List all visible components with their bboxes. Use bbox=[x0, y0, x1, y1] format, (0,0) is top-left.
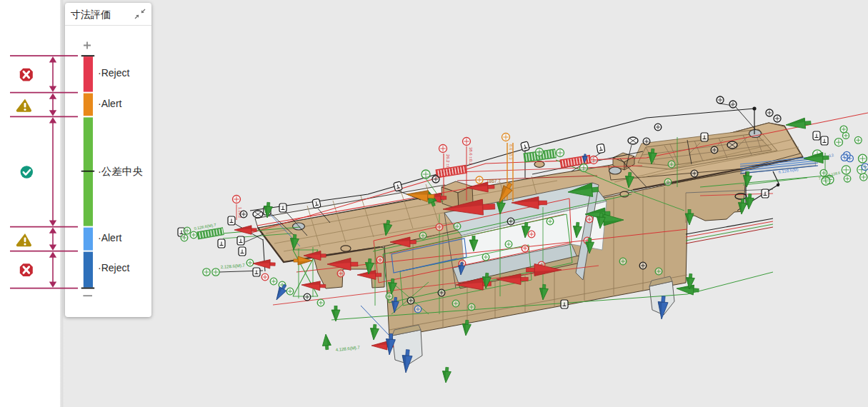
svg-text:2.128.6(M).7: 2.128.6(M).7 bbox=[221, 263, 246, 269]
svg-text:·Alert: ·Alert bbox=[98, 232, 122, 243]
svg-text:8.6 ±0.3: 8.6 ±0.3 bbox=[509, 144, 513, 160]
svg-text:5.128.6: 5.128.6 bbox=[828, 171, 841, 177]
svg-text:·公差中央: ·公差中央 bbox=[98, 166, 143, 177]
svg-text:38.6 ±0.2: 38.6 ±0.2 bbox=[469, 147, 473, 166]
svg-text:4.128.6(M).7: 4.128.6(M).7 bbox=[335, 345, 360, 352]
svg-text:·Alert: ·Alert bbox=[98, 98, 122, 109]
svg-text:1867.7: 1867.7 bbox=[487, 179, 501, 184]
svg-text:·Reject: ·Reject bbox=[98, 67, 129, 79]
svg-text:·Reject: ·Reject bbox=[98, 262, 129, 273]
